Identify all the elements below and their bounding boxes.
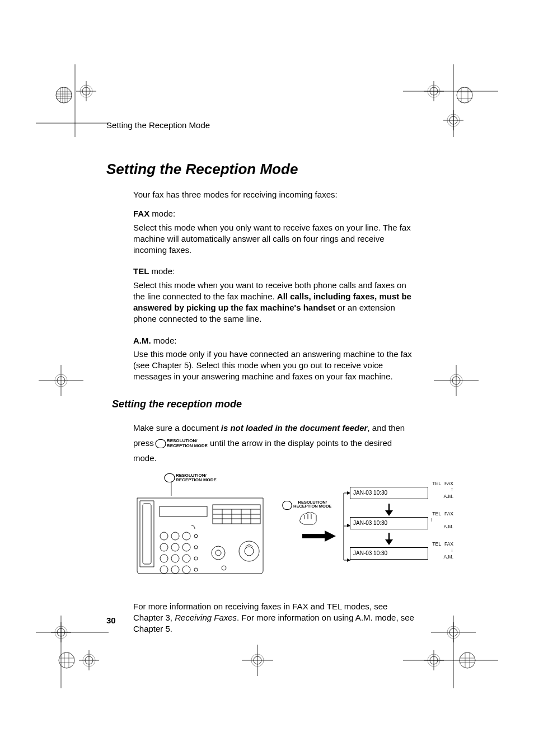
arrow-down-icon xyxy=(383,504,395,518)
lcd-box-2: JAN-03 10:30 TELFAX ↑ A.M. xyxy=(350,517,428,529)
svg-marker-113 xyxy=(385,510,393,516)
arrow-right-icon xyxy=(302,530,336,543)
diagram-flow-button: RESOLUTION/RECEPTION MODE xyxy=(283,500,331,526)
mode-fax: FAX mode: Select this mode when you only… xyxy=(133,208,417,256)
lcd-box-1: JAN-03 10:30 TELFAX ↑ A.M. xyxy=(350,487,428,499)
fax-machine-illustration xyxy=(134,492,266,576)
section-title: Setting the Reception Mode xyxy=(106,161,417,178)
svg-rect-73 xyxy=(143,504,151,564)
intro-text: Your fax has three modes for receiving i… xyxy=(133,189,417,200)
crop-mark-br xyxy=(403,616,498,688)
crop-mark-bm xyxy=(241,644,274,677)
running-head: Setting the Reception Mode xyxy=(106,120,417,130)
mode-am-suffix: mode: xyxy=(151,336,177,345)
oval-button-icon xyxy=(155,439,166,448)
mode-am-label: A.M. xyxy=(133,336,151,345)
svg-point-102 xyxy=(245,547,254,556)
mode-tel: TEL mode: Select this mode when you want… xyxy=(133,266,417,325)
subsection-title: Setting the reception mode xyxy=(112,398,417,410)
mode-tel-label: TEL xyxy=(133,266,149,276)
mode-tel-suffix: mode: xyxy=(149,266,175,276)
press-finger-icon xyxy=(298,510,317,526)
page-number: 30 xyxy=(106,616,116,625)
mode-fax-label: FAX xyxy=(133,209,149,218)
svg-point-97 xyxy=(182,566,190,574)
lcd-box-3: JAN-03 10:30 TELFAX ↓ A.M. xyxy=(350,547,428,560)
svg-point-98 xyxy=(194,568,198,571)
svg-point-85 xyxy=(182,532,190,540)
svg-marker-107 xyxy=(302,530,336,542)
page: Setting the Reception Mode Setting the R… xyxy=(0,0,534,756)
crop-mark-mr xyxy=(431,364,481,397)
svg-point-86 xyxy=(194,534,198,538)
svg-marker-115 xyxy=(385,539,393,545)
svg-point-92 xyxy=(171,555,179,562)
svg-point-88 xyxy=(171,543,179,551)
svg-point-100 xyxy=(216,550,221,556)
content-column: Setting the Reception Mode Setting the R… xyxy=(106,120,417,642)
bracket-icon xyxy=(343,490,350,563)
svg-point-103 xyxy=(222,566,226,570)
diagram: RESOLUTION/RECEPTION MODE xyxy=(134,473,425,585)
svg-point-91 xyxy=(160,555,168,562)
crop-mark-tr xyxy=(403,64,498,137)
lcd-text: JAN-03 10:30 xyxy=(353,490,387,496)
svg-point-83 xyxy=(160,532,168,540)
svg-point-93 xyxy=(182,555,190,562)
mode-am: A.M. mode: Use this mode only if you hav… xyxy=(133,335,417,383)
svg-point-101 xyxy=(239,541,259,561)
arrow-down-icon xyxy=(383,533,395,547)
crop-mark-ml xyxy=(36,364,86,397)
arrow-down-icon: ↓ xyxy=(428,547,453,553)
lcd-stack: JAN-03 10:30 TELFAX ↑ A.M. JAN-03 10:30 … xyxy=(350,487,428,560)
mode-fax-body: Select this mode when you only want to r… xyxy=(133,222,417,256)
svg-rect-74 xyxy=(160,506,207,516)
caption: For more information on receiving faxes … xyxy=(133,601,417,635)
svg-point-0 xyxy=(56,87,72,103)
svg-point-90 xyxy=(194,546,198,549)
crop-mark-tl xyxy=(36,64,109,137)
svg-point-87 xyxy=(160,543,168,551)
button-label: RESOLUTION/RECEPTION MODE xyxy=(167,439,208,448)
mode-tel-body: Select this mode when you want to receiv… xyxy=(133,280,417,325)
instr-bold: is not loaded in the document feeder xyxy=(221,423,368,433)
arrow-up-icon: ↑ xyxy=(428,487,453,492)
svg-point-89 xyxy=(182,543,190,551)
svg-point-94 xyxy=(194,557,198,560)
svg-point-95 xyxy=(160,566,168,574)
crop-mark-bl xyxy=(36,616,109,688)
diagram-top-button: RESOLUTION/RECEPTION MODE xyxy=(165,473,217,483)
mode-fax-suffix: mode: xyxy=(149,209,175,218)
resolution-button-inline: RESOLUTION/RECEPTION MODE xyxy=(156,439,208,448)
mode-am-body: Use this mode only if you have connected… xyxy=(133,349,417,383)
svg-point-84 xyxy=(171,532,179,540)
svg-point-19 xyxy=(457,87,472,103)
svg-point-96 xyxy=(171,566,179,574)
instr-pre: Make sure a document xyxy=(133,423,221,433)
svg-point-99 xyxy=(212,546,225,560)
instruction: Make sure a document is not loaded in th… xyxy=(133,420,417,466)
